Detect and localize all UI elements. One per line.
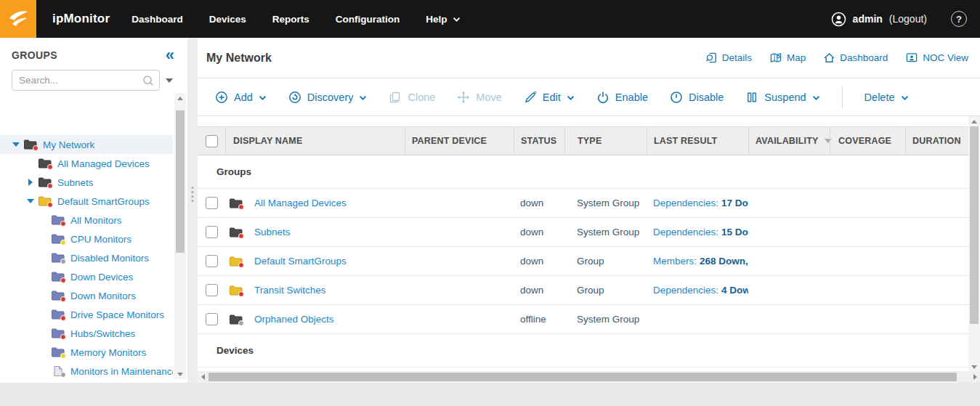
collapse-sidebar-icon[interactable]: « <box>166 50 174 60</box>
row-last-result[interactable]: Dependencies:15 Dow <box>653 227 748 237</box>
tree-item-label[interactable]: Down Devices <box>70 272 133 283</box>
scroll-left-icon[interactable] <box>198 371 208 383</box>
search-options-caret-icon[interactable] <box>166 78 173 83</box>
row-checkbox[interactable] <box>206 313 218 325</box>
scroll-down-icon[interactable] <box>968 362 980 372</box>
sidebar-splitter[interactable] <box>187 38 198 383</box>
tree-item-label[interactable]: Disabled Monitors <box>70 253 149 264</box>
row-last-result[interactable]: Dependencies:4 Dow <box>653 285 748 296</box>
tree-item-drive-space-monitors[interactable]: Drive Space Monitors <box>0 305 173 324</box>
tree-item-subnets[interactable]: Subnets <box>0 173 173 192</box>
view-link-map[interactable]: Map <box>769 52 806 64</box>
nav-item-reports[interactable]: Reports <box>272 14 309 25</box>
discovery-button[interactable]: Discovery <box>288 91 368 104</box>
chevron-down-icon <box>453 17 461 23</box>
username[interactable]: admin <box>853 13 883 25</box>
suspend-button[interactable]: Suspend <box>745 91 819 104</box>
select-all-checkbox[interactable] <box>206 135 218 147</box>
row-checkbox[interactable] <box>206 284 218 296</box>
table-row[interactable]: Default SmartGroupsdownGroupMembers:268 … <box>198 247 968 276</box>
add-button[interactable]: Add <box>215 91 267 104</box>
tree-item-label[interactable]: Monitors in Maintenance <box>70 366 173 377</box>
tree-item-all-monitors[interactable]: All Monitors <box>0 211 173 230</box>
row-name-link[interactable]: Transit Switches <box>254 285 326 296</box>
chevron-down-icon <box>259 95 267 101</box>
tree-item-label[interactable]: Default SmartGroups <box>57 196 150 207</box>
view-link-dashboard[interactable]: Dashboard <box>823 52 888 64</box>
nav-item-devices[interactable]: Devices <box>209 14 246 25</box>
scroll-down-icon[interactable] <box>174 369 186 379</box>
tree-item-label[interactable]: CPU Monitors <box>70 234 131 245</box>
help-icon[interactable]: ? <box>951 11 967 27</box>
tree-item-default-smartgroups[interactable]: Default SmartGroups <box>0 192 173 211</box>
chevron-down-icon <box>359 95 367 101</box>
scrollbar-thumb[interactable] <box>208 373 957 381</box>
tree-item-label[interactable]: Memory Monitors <box>70 347 146 358</box>
nav-item-dashboard[interactable]: Dashboard <box>131 14 183 25</box>
tree-item-hubs-switches[interactable]: Hubs/Switches <box>0 324 173 343</box>
scroll-up-icon[interactable] <box>968 116 980 126</box>
logout-link[interactable]: (Logout) <box>889 13 927 25</box>
row-last-result[interactable]: Dependencies:17 Dow <box>653 198 748 208</box>
col-status[interactable]: STATUS <box>514 127 564 155</box>
edit-button[interactable]: Edit <box>524 91 575 104</box>
dashboard-icon <box>823 52 835 64</box>
scrollbar-thumb[interactable] <box>176 110 185 253</box>
tree-item-all-managed-devices[interactable]: All Managed Devices <box>0 154 173 173</box>
row-last-result[interactable] <box>653 314 656 325</box>
col-coverage[interactable]: COVERAGE <box>830 127 905 155</box>
row-checkbox[interactable] <box>206 197 218 209</box>
tree-item-my-network[interactable]: My Network <box>0 135 173 154</box>
solarwinds-logo[interactable] <box>0 0 36 38</box>
search-input[interactable] <box>12 70 160 91</box>
view-link-noc-view[interactable]: NOC View <box>905 52 968 64</box>
table-row[interactable]: All Managed DevicesdownSystem GroupDepen… <box>198 189 968 218</box>
table-vertical-scrollbar[interactable] <box>968 116 980 372</box>
tree-item-cpu-monitors[interactable]: CPU Monitors <box>0 230 173 248</box>
tree-item-memory-monitors[interactable]: Memory Monitors <box>0 343 173 362</box>
col-type[interactable]: TYPE <box>564 127 647 155</box>
tree-item-down-devices[interactable]: Down Devices <box>0 267 173 286</box>
enable-button[interactable]: Enable <box>596 91 648 104</box>
table-row[interactable]: Transit SwitchesdownGroupDependencies:4 … <box>198 276 968 305</box>
blue-folder-icon <box>51 346 65 358</box>
red-status-badge <box>238 291 244 297</box>
delete-button[interactable]: Delete <box>864 92 909 103</box>
view-link-details[interactable]: Details <box>705 52 752 64</box>
scroll-right-icon[interactable] <box>970 371 980 383</box>
tree-item-label[interactable]: Down Monitors <box>70 291 136 301</box>
tree-item-label[interactable]: My Network <box>43 139 94 150</box>
col-display-name[interactable]: DISPLAY NAME <box>225 127 405 155</box>
nav-item-configuration[interactable]: Configuration <box>336 14 400 25</box>
sidebar-scrollbar[interactable] <box>174 93 186 379</box>
col-availability[interactable]: AVAILABILITY <box>748 127 830 155</box>
disable-button[interactable]: Disable <box>670 91 724 104</box>
scrollbar-thumb[interactable] <box>970 126 979 324</box>
row-name-link[interactable]: Default SmartGroups <box>254 256 347 267</box>
table-row[interactable]: SubnetsdownSystem GroupDependencies:15 D… <box>198 218 968 247</box>
tree-item-down-monitors[interactable]: Down Monitors <box>0 286 173 305</box>
col-parent-device[interactable]: PARENT DEVICE <box>405 127 514 155</box>
row-name-link[interactable]: All Managed Devices <box>254 198 347 208</box>
table-horizontal-scrollbar[interactable] <box>198 371 980 383</box>
row-name-link[interactable]: Subnets <box>254 227 291 237</box>
dark-folder-icon <box>229 314 243 325</box>
row-checkbox[interactable] <box>206 226 218 238</box>
tree-item-disabled-monitors[interactable]: Disabled Monitors <box>0 248 173 267</box>
table-row[interactable]: Orphaned ObjectsofflineSystem Group <box>198 305 968 334</box>
splitter-handle-icon[interactable] <box>192 187 194 202</box>
tree-item-label[interactable]: Subnets <box>57 177 94 188</box>
tree-item-label[interactable]: All Managed Devices <box>57 158 150 169</box>
tree-item-label[interactable]: Hubs/Switches <box>70 328 135 339</box>
tree-item-label[interactable]: All Monitors <box>70 215 122 226</box>
tree-item-label[interactable]: Drive Space Monitors <box>70 309 164 320</box>
tree-item-routers[interactable]: Routers <box>0 381 173 383</box>
scroll-up-icon[interactable] <box>174 93 186 103</box>
col-last-result[interactable]: LAST RESULT <box>647 127 748 155</box>
tree-item-monitors-in-maintenance[interactable]: Monitors in Maintenance <box>0 362 173 381</box>
nav-item-help[interactable]: Help <box>426 14 460 25</box>
col-duration[interactable]: DURATION <box>905 127 968 155</box>
row-last-result[interactable]: Members:268 Down, <box>653 256 748 267</box>
row-checkbox[interactable] <box>206 255 218 267</box>
row-name-link[interactable]: Orphaned Objects <box>254 314 334 325</box>
